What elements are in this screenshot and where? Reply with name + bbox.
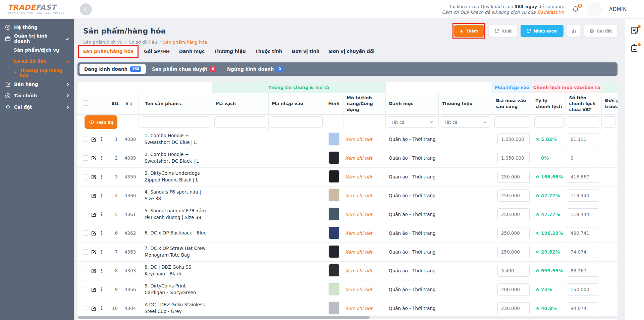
amount-input[interactable]: 0 (567, 152, 599, 164)
import-excel-button[interactable]: Nhập excel (521, 25, 563, 37)
buy-price-input[interactable]: 250.000 (497, 227, 530, 239)
status-tab-san-pham-chua-duyet[interactable]: Sản phẩm chưa duyệt0 (147, 64, 221, 74)
row-menu-icon[interactable]: ⋮ (99, 268, 104, 274)
view-detail-link[interactable]: Xem chi tiết (343, 212, 372, 217)
edit-icon[interactable] (91, 193, 96, 198)
row-menu-icon[interactable]: ⋮ (99, 211, 104, 217)
buy-price-input[interactable]: 250.000 (497, 208, 530, 220)
amount-input[interactable]: 490.741 (567, 227, 599, 239)
amount-input[interactable]: 119.444 (567, 190, 599, 202)
amount-input[interactable]: 416.667 (567, 171, 599, 183)
username[interactable]: ADMIN (609, 6, 627, 12)
view-detail-link[interactable]: Xem chi tiết (343, 249, 372, 255)
product-image[interactable] (329, 246, 339, 258)
edit-icon[interactable] (91, 287, 96, 292)
product-image[interactable] (329, 264, 339, 276)
amount-input[interactable]: 74.074 (567, 246, 599, 258)
edit-icon[interactable] (91, 306, 96, 311)
view-detail-link[interactable]: Xem chi tiết (343, 137, 372, 142)
tab-san-pham-hang-hoa[interactable]: Sản phẩm/hàng hóa (79, 47, 137, 56)
amount-input[interactable]: 119.444 (567, 208, 599, 220)
view-detail-link[interactable]: Xem chi tiết (343, 155, 372, 161)
product-name[interactable]: 4. Sandals F6 sport nâu | Size 38 (139, 186, 212, 205)
sidebar-item-san-pham-dich-vu[interactable]: Sản phẩm/dịch vụ (0, 44, 74, 56)
sidebar-item-thuong-mai-hang-hoa[interactable]: • Thương mại/hàng hóa (0, 67, 74, 78)
product-name[interactable]: 8. DC | DBZ Goku SS Keychain - Black (139, 261, 212, 280)
row-checkbox[interactable] (83, 193, 88, 198)
row-checkbox[interactable] (83, 249, 88, 255)
tab-thuong-hieu[interactable]: Thương hiệu (210, 46, 250, 57)
row-menu-icon[interactable]: ⋮ (99, 305, 104, 311)
tab-don-vi-chuyen-doi[interactable]: Đơn vị chuyển đổi (325, 46, 379, 57)
amount-input[interactable]: 88.267 (567, 265, 599, 277)
row-checkbox[interactable] (83, 155, 88, 161)
row-checkbox[interactable] (83, 268, 88, 273)
row-checkbox[interactable] (83, 230, 88, 236)
name-filter-input[interactable] (141, 116, 210, 128)
view-detail-link[interactable]: Xem chi tiết (343, 230, 372, 236)
note-button[interactable] (630, 26, 639, 35)
rate-filter-input[interactable] (534, 116, 564, 128)
edit-icon[interactable] (91, 137, 96, 142)
tab-danh-muc[interactable]: Danh mục (175, 46, 209, 57)
brand-filter-select[interactable]: Tất cả (441, 116, 490, 128)
buy-price-input[interactable]: 1.050.000 (497, 133, 530, 145)
header-id[interactable]: #▲▼ (122, 93, 139, 114)
show-button[interactable]: Hiển thị (85, 115, 117, 129)
export-button[interactable]: Xuất (489, 25, 517, 37)
product-image[interactable] (329, 227, 339, 239)
product-image[interactable] (329, 283, 339, 295)
notification-bell[interactable]: 0 (572, 5, 580, 14)
sidebar-item-quan-tri-kinh-doanh[interactable]: Quản trị kinh doanh (0, 33, 74, 44)
clipboard-button[interactable] (630, 44, 639, 53)
row-menu-icon[interactable]: ⋮ (99, 193, 104, 199)
product-name[interactable]: 9. DirtyCoins Print Cardigan - Ivory/Gre… (139, 280, 212, 299)
amount-input[interactable]: 150.000 (567, 283, 599, 296)
avatar[interactable] (588, 2, 602, 16)
scrollbar-thumb[interactable] (78, 316, 370, 319)
view-detail-link[interactable]: Xem chi tiết (343, 174, 372, 179)
product-name[interactable]: A DC | DBZ Goku Stainless Steel Cup - Gr… (139, 299, 212, 318)
product-name[interactable]: 6. DC x OP Backpack - Blue (139, 224, 212, 243)
amount-input[interactable]: 61.111 (567, 133, 599, 145)
buy-price-input[interactable]: 250.000 (497, 190, 530, 202)
tab-don-vi-tinh[interactable]: Đơn vị tính (287, 46, 323, 57)
product-image[interactable] (329, 189, 339, 201)
sidebar-item-he-thong[interactable]: Hệ thống (0, 21, 74, 33)
status-tab-ngung-kinh-doanh[interactable]: Ngừng kinh doanh0 (222, 64, 287, 74)
product-image[interactable] (329, 133, 339, 145)
buy-price-input[interactable]: 3.400 (497, 265, 530, 277)
row-checkbox[interactable] (83, 306, 88, 311)
breadcrumb-item[interactable]: Cơ sở dữ liệu (129, 40, 157, 45)
edit-icon[interactable] (91, 212, 96, 217)
row-checkbox[interactable] (83, 287, 88, 292)
row-checkbox[interactable] (83, 137, 88, 142)
tradefast-link[interactable]: Tradefast.Vn (537, 10, 564, 15)
sidebar-item-ban-hang[interactable]: Bán hàng (0, 78, 74, 90)
amount-input[interactable]: 94.074 (567, 302, 599, 314)
product-name[interactable]: 5. Sandal nam nữ F7R xám rêu xanh dương … (139, 205, 212, 224)
edit-icon[interactable] (91, 268, 96, 273)
edit-icon[interactable] (91, 231, 96, 236)
row-checkbox[interactable] (83, 174, 88, 179)
sidebar-item-tai-chinh[interactable]: $ Tài chính (0, 90, 74, 101)
buy-price-input[interactable]: 200.000 (497, 283, 530, 296)
edit-icon[interactable] (91, 174, 96, 179)
product-name[interactable]: 3. DirtyCoins Underdogs Zipped Hoodie Bl… (139, 167, 212, 186)
select-all-checkbox[interactable] (83, 100, 88, 106)
buy-price-input[interactable]: 250.000 (497, 171, 530, 183)
buy-price-input[interactable]: 230.000 (497, 302, 530, 314)
product-image[interactable] (329, 208, 339, 220)
buy-price-input[interactable]: 250.000 (497, 246, 530, 258)
row-menu-icon[interactable]: ⋮ (99, 136, 104, 142)
product-name[interactable]: 1. Combo Hoodie + Sweatshort DC Blue | L (139, 130, 212, 149)
tab-thuoc-tinh[interactable]: Thuộc tính (251, 46, 286, 57)
view-detail-link[interactable]: Xem chi tiết (343, 306, 372, 311)
breadcrumb-item[interactable]: Sản phẩm/dịch vụ (83, 40, 122, 45)
sidebar-item-cai-dat[interactable]: ⚙ Cài đặt (0, 101, 74, 113)
sidebar-item-co-so-du-lieu[interactable]: Cơ sở dữ liệu (0, 56, 74, 67)
row-menu-icon[interactable]: ⋮ (99, 230, 104, 236)
add-button[interactable]: +Thêm (454, 25, 484, 37)
row-checkbox[interactable] (83, 212, 88, 217)
amount-filter-input[interactable] (568, 116, 599, 128)
